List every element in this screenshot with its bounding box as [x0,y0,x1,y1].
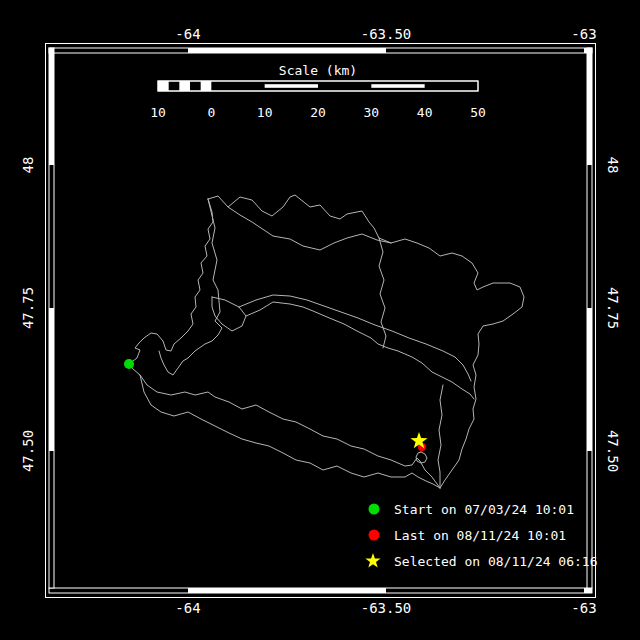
scale-bar-tick-label: 10 [150,105,166,120]
legend-marker-last [369,530,380,541]
frame-band-left-segment [49,165,54,308]
x-tick-label-top: -64 [175,26,200,42]
frame-band-bottom-segment [386,588,584,593]
frame-band-bottom-segment [584,588,592,593]
scale-bar-tick-label: 10 [257,105,273,120]
legend-marker-start [369,504,380,515]
y-tick-label-right: 47.75 [605,287,621,329]
frame-band-bottom-segment [49,588,188,593]
scale-bar-tick-label: 30 [364,105,380,120]
track-map-plot: -64-64-63.50-63.50-63-63484847.7547.7547… [0,0,640,640]
frame-band-bottom-segment [188,588,386,593]
scale-bar-mini-block [179,81,190,91]
y-tick-label-left: 47.75 [20,287,36,329]
scale-bar-mini-block [201,81,212,91]
frame-band-left-segment [49,308,54,451]
legend-label: Selected on 08/11/24 06:16 [394,554,598,569]
x-tick-label-top: -63.50 [361,26,412,42]
scale-bar-tick-label: 40 [417,105,433,120]
scale-bar-stripe [265,84,318,88]
y-tick-label-left: 47.50 [20,430,36,472]
start-position-marker [124,359,134,369]
y-tick-label-right: 47.50 [605,430,621,472]
frame-band-top-segment [386,48,584,53]
x-tick-label-top: -63 [571,26,596,42]
legend-label: Start on 07/03/24 10:01 [394,502,574,517]
frame-band-top-segment [49,48,188,53]
frame-band-right-segment [587,165,592,308]
scale-bar-tick-label: 0 [207,105,215,120]
scale-bar-tick-label: 50 [470,105,486,120]
frame-band-right-segment [587,308,592,451]
legend-label: Last on 08/11/24 10:01 [394,528,566,543]
frame-band-right-segment [587,48,592,165]
scale-bar-tick-label: 20 [310,105,326,120]
x-tick-label-bottom: -64 [175,600,200,616]
y-tick-label-left: 48 [20,157,36,174]
scale-bar-stripe [371,84,424,88]
scale-bar-mini-block [158,81,169,91]
x-tick-label-bottom: -63 [571,600,596,616]
x-tick-label-bottom: -63.50 [361,600,412,616]
frame-band-left-segment [49,48,54,165]
frame-band-top-segment [188,48,386,53]
scale-bar-title: Scale (km) [279,63,357,78]
y-tick-label-right: 48 [605,157,621,174]
plot-background [0,0,640,640]
map-canvas: -64-64-63.50-63.50-63-63484847.7547.7547… [0,0,640,640]
frame-band-left-segment [49,451,54,588]
